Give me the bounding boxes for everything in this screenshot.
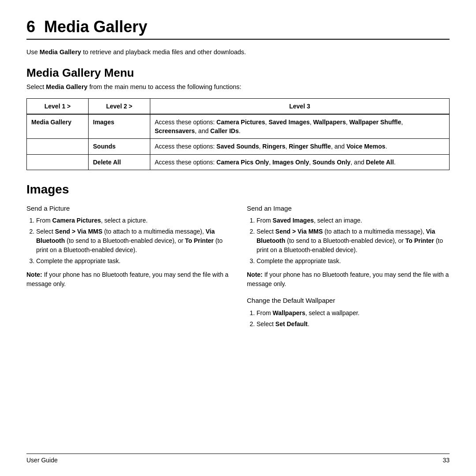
intro-paragraph: Use Media Gallery to retrieve and playba… <box>26 48 450 57</box>
menu-section-subtext: Select Media Gallery from the main menu … <box>26 82 450 92</box>
table-cell-level1-empty2 <box>27 154 89 170</box>
wallpapers-bold: Wallpapers <box>273 309 305 316</box>
to-printer-bold: To Printer <box>185 237 214 244</box>
list-item: Select Set Default. <box>257 320 450 329</box>
menu-section-heading: Media Gallery Menu <box>26 66 450 80</box>
send-via-mms-bold-right: Send > Via MMS <box>275 228 323 235</box>
images-section-heading: Images <box>26 182 450 197</box>
right-column: Send an Image From Saved Images, select … <box>247 204 450 333</box>
camera-pictures-bold: Camera Pictures <box>52 217 101 224</box>
list-item: From Camera Pictures, select a picture. <box>36 216 229 225</box>
footer-right: 33 <box>443 457 450 464</box>
to-printer-bold-right: To Printer <box>405 237 434 244</box>
right-note: Note: If your phone has no Bluetooth fea… <box>247 270 450 289</box>
table-cell-level1-empty <box>27 139 89 154</box>
footer-left: User Guide <box>26 457 58 464</box>
table-cell-level3-deleteall: Access these options: Camera Pics Only, … <box>150 154 450 170</box>
table-cell-level1-media-gallery: Media Gallery <box>27 114 89 139</box>
wallpaper-steps: From Wallpapers, select a wallpaper. Sel… <box>257 309 450 329</box>
page-footer: User Guide 33 <box>26 454 450 464</box>
send-picture-steps: From Camera Pictures, select a picture. … <box>36 216 229 266</box>
list-item: Complete the appropriate task. <box>36 257 229 266</box>
saved-images-bold: Saved Images <box>273 217 314 224</box>
table-header-level1: Level 1 > <box>27 98 89 114</box>
table-header-level2: Level 2 > <box>89 98 150 114</box>
table-row: Sounds Access these options: Saved Sound… <box>27 139 450 154</box>
two-column-layout: Send a Picture From Camera Pictures, sel… <box>26 204 450 333</box>
list-item: Select Send > Via MMS (to attach to a mu… <box>257 227 450 255</box>
page-header: 6 Media Gallery <box>26 18 450 40</box>
send-picture-title: Send a Picture <box>26 204 229 214</box>
table-cell-level2-sounds: Sounds <box>89 139 150 154</box>
table-row: Media Gallery Images Access these option… <box>27 114 450 139</box>
set-default-bold: Set Default <box>275 320 308 327</box>
list-item: From Saved Images, select an image. <box>257 216 450 225</box>
table-header-level3: Level 3 <box>150 98 450 114</box>
list-item: From Wallpapers, select a wallpaper. <box>257 309 450 318</box>
wallpaper-title: Change the Default Wallpaper <box>247 296 450 306</box>
table-cell-level2-images: Images <box>89 114 150 139</box>
menu-table: Level 1 > Level 2 > Level 3 Media Galler… <box>26 98 450 170</box>
left-column: Send a Picture From Camera Pictures, sel… <box>26 204 229 333</box>
send-image-steps: From Saved Images, select an image. Sele… <box>257 216 450 266</box>
list-item: Complete the appropriate task. <box>257 257 450 266</box>
table-cell-level2-deleteall: Delete All <box>89 154 150 170</box>
intro-bold: Media Gallery <box>40 48 81 56</box>
table-cell-level3-images: Access these options: Camera Pictures, S… <box>150 114 450 139</box>
left-note: Note: If your phone has no Bluetooth fea… <box>26 270 229 289</box>
send-image-title: Send an Image <box>247 204 450 214</box>
send-via-mms-bold: Send > Via MMS <box>55 228 103 235</box>
table-cell-level3-sounds: Access these options: Saved Sounds, Ring… <box>150 139 450 154</box>
page-title: 6 Media Gallery <box>26 18 147 36</box>
table-row: Delete All Access these options: Camera … <box>27 154 450 170</box>
list-item: Select Send > Via MMS (to attach to a mu… <box>36 227 229 255</box>
menu-bold: Media Gallery <box>46 83 87 90</box>
